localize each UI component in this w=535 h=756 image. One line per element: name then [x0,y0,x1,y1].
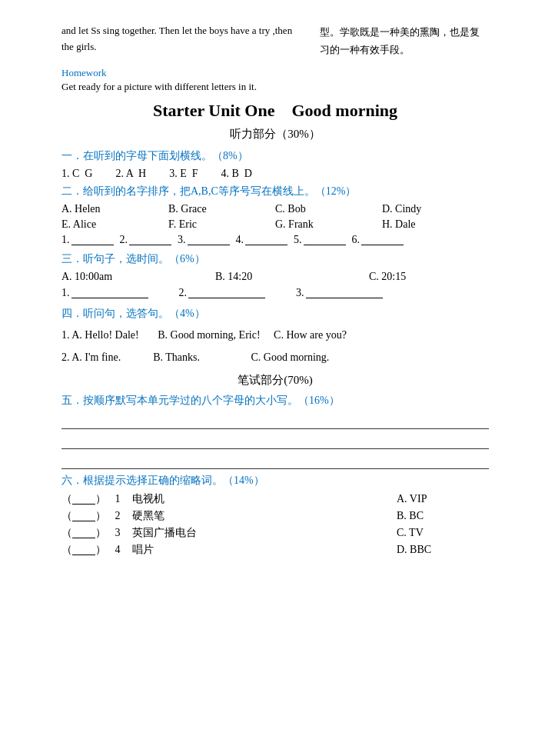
q6-item1-text: 电视机 [129,492,397,506]
q3-option-c: C. 20:15 [369,271,484,283]
top-right-content: 型。学歌既是一种美的熏陶，也是复习的一种有效手段。 [320,26,480,55]
q6-item3-answer: C. TV [397,527,489,539]
written-header: 笔试部分(70%) [61,373,489,388]
q3-blanks: 1. 2. 3. [61,287,489,299]
q2-name2: B. Grace [168,203,275,215]
title-main: Starter Unit One [153,101,274,120]
q2-name1: A. Helen [61,203,168,215]
top-left-content: and let Ss sing together. Then let the b… [61,25,292,52]
q1-items-row: 1. C G 2. A H 3. E F 4. B D [61,168,489,180]
q4-header: 四．听问句，选答句。（4%） [61,307,489,321]
q2-names-row2: E. Alice F. Eric G. Frank H. Dale [61,218,489,231]
q1-item1: 1. C G [61,168,92,180]
q1-item4: 4. B D [221,168,251,180]
q3-option-b: B. 14:20 [215,271,369,283]
q6-item4-answer: D. BBC [397,544,489,556]
q1-item2: 2. A H [115,168,146,180]
q3-header: 三．听句子，选时间。（6%） [61,252,489,266]
q5-lines [61,412,489,469]
q2-name3: C. Bob [275,203,382,215]
q6-row3: （ ） 3 英国广播电台 C. TV [61,526,489,540]
q2-blank4: 4. [236,234,288,246]
q6-row1: （ ） 1 电视机 A. VIP [61,492,489,506]
q2-blank2: 2. [120,234,172,246]
q2-names-row1: A. Helen B. Grace C. Bob D. Cindy [61,203,489,215]
q4-row2: 2. A. I'm fine. B. Thanks. C. Good morni… [61,348,489,367]
q6-items: （ ） 1 电视机 A. VIP （ ） 2 硬黑笔 B. BC （ ） 3 英… [61,492,489,557]
q6-item4-text: 唱片 [129,543,397,557]
q5-line3 [61,452,489,469]
homework-note: Get ready for a picture with different l… [61,81,489,93]
q6-header: 六．根据提示选择正确的缩略词。（14%） [61,474,489,488]
q2-name8: H. Dale [382,218,489,231]
q5-header: 五．按顺序默写本单元学过的八个字母的大小写。（16%） [61,394,489,408]
q4-row1: 1. A. Hello! Dale! B. Good morning, Eric… [61,325,489,345]
top-section: and let Ss sing together. Then let the b… [61,23,489,59]
q2-name4: D. Cindy [382,203,489,215]
q6-item2-answer: B. BC [397,510,489,522]
q2-blanks: 1. 2. 3. 4. 5. 6. [61,234,489,246]
q1-header: 一．在听到的字母下面划横线。（8%） [61,149,489,163]
q6-item3-text: 英国广播电台 [129,526,397,540]
q2-blank3: 3. [178,234,230,246]
q5-line1 [61,412,489,429]
q2-blank6: 6. [352,234,404,246]
q5-line2 [61,432,489,449]
q3-option-a: A. 10:00am [61,271,215,283]
q3-blank2: 2. [179,287,266,299]
homework-label: Homework [61,67,489,79]
q3-blank1: 1. [61,287,148,299]
q6-item2-text: 硬黑笔 [129,509,397,523]
q2-name7: G. Frank [275,218,382,231]
q3-options: A. 10:00am B. 14:20 C. 20:15 [61,271,489,283]
q6-row4: （ ） 4 唱片 D. BBC [61,543,489,557]
q6-item1-answer: A. VIP [397,493,489,505]
title-subtitle: Good morning [291,101,397,120]
q2-blank5: 5. [294,234,346,246]
q2-header: 二．给听到的名字排序，把A,B,C等序号写在横线上。（12%） [61,185,489,198]
q2-name5: E. Alice [61,218,168,231]
top-left-text: and let Ss sing together. Then let the b… [61,23,304,59]
q2-name6: F. Eric [168,218,275,231]
q3-blank3: 3. [296,287,383,299]
listening-header: 听力部分（30%） [61,127,489,142]
q1-item3: 3. E F [169,168,198,180]
q6-row2: （ ） 2 硬黑笔 B. BC [61,509,489,523]
q2-blank1: 1. [61,234,114,246]
main-title: Starter Unit One Good morning [61,101,489,121]
top-right-text: 型。学歌既是一种美的熏陶，也是复习的一种有效手段。 [320,23,489,59]
